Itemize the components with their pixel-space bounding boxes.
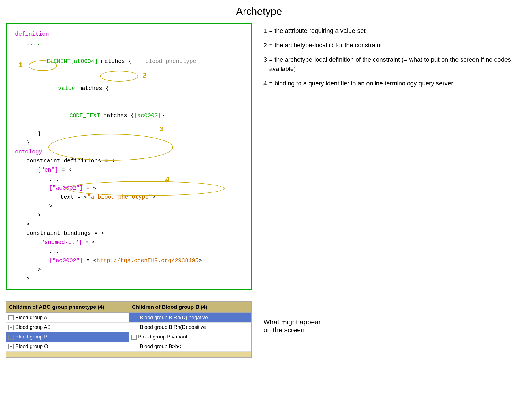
ann-num-1: 1 [263, 26, 267, 35]
ann-text-2: = the archetype-local id for the constra… [269, 40, 512, 50]
ann-text-3: = the archetype-local definition of the … [269, 55, 512, 74]
code-line-constraint-def: constraint_definitions = < [15, 157, 243, 166]
archetype-code-box: 1 2 3 4 definition .... ELEMENT[at0004] … [6, 23, 252, 290]
annotation-item-1: 1 = the attribute requiring a value-set [263, 26, 512, 35]
annotation-number-3: 3 [159, 124, 164, 136]
row-label: Blood group AB [15, 324, 51, 330]
table-row[interactable]: Blood group B>h< [129, 342, 251, 352]
table-row[interactable]: + Blood group B variant [129, 332, 251, 342]
expand-icon[interactable]: + [131, 335, 137, 340]
tables-area: Children of ABO group phenotype (4) + Bl… [6, 301, 252, 358]
ann-text-1: = the attribute requiring a value-set [269, 26, 512, 35]
code-line-code-text: CODE_TEXT matches {[ac0002]} [15, 102, 243, 129]
table-blood-b-header: Children of Blood group B (4) [129, 302, 251, 313]
expand-icon[interactable]: + [8, 344, 14, 349]
row-label: Blood group B variant [138, 334, 187, 340]
ann-num-2: 2 [263, 40, 267, 50]
table-abo: Children of ABO group phenotype (4) + Bl… [6, 302, 129, 357]
annotation-number-2: 2 [142, 70, 147, 82]
code-line-en: ["en"] = < [15, 166, 243, 175]
code-line-ac0002-bind: ["ac0002"] = <http://tqs.openEHR.org/293… [15, 256, 243, 265]
table-blood-b: Children of Blood group B (4) Blood grou… [129, 302, 251, 357]
table-row[interactable]: + Blood group O [6, 342, 129, 352]
ann-num-4: 4 [263, 79, 267, 88]
top-section: 1 2 3 4 definition .... ELEMENT[at0004] … [6, 23, 512, 290]
row-label: Blood group B>h< [140, 344, 181, 350]
table-row[interactable]: + Blood group AB [6, 323, 129, 332]
page-title: Archetype [6, 6, 512, 18]
right-annotations: 1 = the attribute requiring a value-set … [263, 23, 512, 290]
table-row[interactable]: + Blood group A [6, 313, 129, 323]
row-label: Blood group B Rh(D) positive [140, 324, 206, 330]
code-line-ac0002-def: ["ac0002"] = < [15, 184, 243, 193]
code-line-dots2: ... [15, 175, 243, 184]
table-row-selected[interactable]: Blood group B Rh(D) negative [129, 313, 251, 323]
code-line-close2: } [15, 138, 243, 147]
code-line-ontology: ontology [15, 147, 243, 157]
code-line-dots1: .... [15, 39, 243, 48]
bottom-label: What might appearon the screen [263, 301, 512, 334]
code-line-definition: definition [15, 30, 243, 39]
code-line-close3: > [15, 202, 243, 211]
code-line-close4: > [15, 211, 243, 220]
row-label: Blood group O [15, 344, 48, 350]
annotation-item-2: 2 = the archetype-local id for the const… [263, 40, 512, 50]
expand-icon[interactable]: + [8, 325, 14, 330]
code-line-value: value matches { [15, 75, 243, 102]
table-footer [129, 352, 251, 357]
code-line-snomed: ["snomed-ct"] = < [15, 238, 243, 247]
annotation-item-3: 3 = the archetype-local definition of th… [263, 55, 512, 74]
row-label: Blood group B Rh(D) negative [140, 315, 208, 321]
table-row-selected[interactable]: + Blood group B [6, 332, 129, 342]
table-row[interactable]: Blood group B Rh(D) positive [129, 323, 251, 332]
code-line-bindings: constraint_bindings = < [15, 229, 243, 238]
row-label: Blood group A [15, 315, 47, 321]
expand-icon[interactable]: + [8, 335, 14, 340]
code-line-close1: } [15, 129, 243, 138]
table-footer [6, 352, 129, 357]
code-line-close7: > [15, 274, 243, 283]
annotation-item-4: 4 = binding to a query identifier in an … [263, 79, 512, 88]
row-label: Blood group B [15, 334, 48, 340]
expand-icon[interactable]: + [8, 315, 14, 320]
bottom-section: Children of ABO group phenotype (4) + Bl… [6, 301, 512, 358]
annotation-number-4: 4 [165, 174, 170, 186]
table-abo-header: Children of ABO group phenotype (4) [6, 302, 129, 313]
ann-num-3: 3 [263, 55, 267, 64]
ann-text-4: = binding to a query identifier in an on… [269, 79, 512, 88]
code-line-close5: > [15, 220, 243, 229]
code-line-text-val: text = <"a blood phenotype"> [15, 193, 243, 202]
code-line-close6: > [15, 265, 243, 274]
code-line-dots3: ... [15, 247, 243, 256]
code-line-element: ELEMENT[at0004] matches { -- blood pheno… [15, 48, 243, 75]
annotation-number-1: 1 [18, 59, 23, 71]
